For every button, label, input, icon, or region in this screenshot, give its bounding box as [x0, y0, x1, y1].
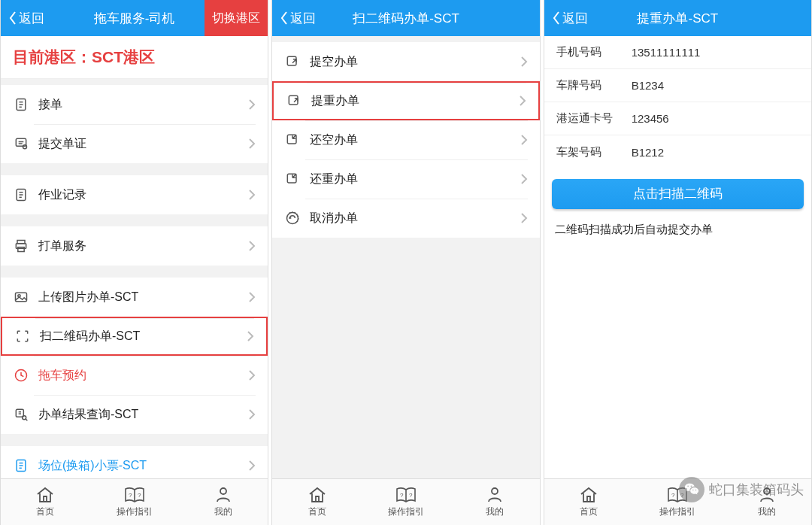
- menu-label: 扫二维码办单-SCT: [40, 329, 247, 344]
- tab-label: 首页: [36, 505, 54, 518]
- tab-label: 首页: [580, 505, 598, 518]
- person-icon: [214, 486, 232, 504]
- action-label: 还空办单: [310, 132, 520, 148]
- action-item-cancel[interactable]: 取消办单: [272, 199, 539, 238]
- chevron-right-icon: [247, 330, 254, 342]
- tabbar: 首页 ?? 操作指引 我的: [544, 478, 811, 525]
- svg-point-35: [220, 488, 226, 494]
- action-item-return-empty[interactable]: 还空办单: [272, 120, 539, 159]
- menu-item-print-service[interactable]: 打单服务: [1, 226, 268, 266]
- menu-label: 场位(换箱)小票-SCT: [38, 458, 248, 474]
- book-icon: ??: [395, 486, 417, 504]
- field-chassis[interactable]: 车架号码B1212: [544, 135, 811, 168]
- tab-guide[interactable]: ?? 操作指引: [89, 479, 178, 525]
- tab-home[interactable]: 首页: [1, 479, 89, 525]
- tab-guide[interactable]: ?? 操作指引: [633, 479, 722, 525]
- chevron-left-icon: [552, 11, 561, 26]
- cancel-icon: [284, 210, 301, 226]
- tab-label: 操作指引: [117, 505, 153, 518]
- field-plate[interactable]: 车牌号码B1234: [544, 69, 811, 102]
- home-icon: [35, 486, 55, 504]
- chevron-right-icon: [248, 369, 256, 381]
- svg-line-22: [26, 419, 28, 421]
- back-button[interactable]: 返回: [544, 0, 595, 36]
- chevron-right-icon: [520, 134, 528, 146]
- person-icon: [758, 486, 776, 504]
- tab-guide[interactable]: ?? 操作指引: [362, 479, 450, 525]
- action-item-pickup-empty[interactable]: 提空办单: [272, 42, 539, 81]
- tab-home[interactable]: 首页: [272, 479, 361, 525]
- menu-label: 作业记录: [38, 187, 248, 203]
- chevron-right-icon: [520, 212, 528, 224]
- chevron-right-icon: [520, 173, 528, 185]
- scan-hint: 二维码扫描成功后自动提交办单: [544, 217, 811, 243]
- svg-rect-15: [16, 293, 27, 302]
- field-label: 港运通卡号: [556, 111, 632, 126]
- svg-text:?: ?: [671, 492, 675, 499]
- doc-icon: [13, 187, 29, 203]
- action-label: 取消办单: [310, 211, 520, 226]
- tabbar: 首页 ?? 操作指引 我的: [272, 478, 539, 525]
- menu-item-scan-qr[interactable]: 扫二维码办单-SCT: [1, 317, 268, 356]
- menu-item-submit-cert[interactable]: 提交单证: [1, 124, 268, 163]
- svg-text:?: ?: [129, 492, 132, 499]
- tab-mine[interactable]: 我的: [179, 479, 268, 525]
- field-value: 123456: [632, 112, 669, 125]
- content-area: 提空办单提重办单还空办单还重办单取消办单: [272, 36, 539, 478]
- cert-icon: [13, 135, 29, 152]
- menu-label: 上传图片办单-SCT: [38, 290, 248, 305]
- chevron-right-icon: [248, 138, 256, 150]
- field-label: 手机号码: [556, 45, 632, 59]
- chevron-left-icon: [8, 11, 17, 26]
- action-item-pickup-full[interactable]: 提重办单: [272, 81, 539, 120]
- svg-text:?: ?: [138, 492, 141, 499]
- arrow-in-icon: [284, 132, 301, 148]
- field-label: 车牌号码: [556, 78, 632, 93]
- port-banner: 目前港区：SCT港区: [1, 36, 268, 79]
- content-area: 手机号码13511111111车牌号码B1234港运通卡号123456车架号码B…: [544, 36, 811, 478]
- menu-item-trailer-booking[interactable]: 拖车预约: [1, 356, 268, 395]
- doc-icon: [13, 96, 29, 113]
- chevron-left-icon: [280, 11, 289, 26]
- menu-item-yard-ticket[interactable]: 场位(换箱)小票-SCT: [1, 446, 268, 478]
- tab-label: 我的: [758, 505, 776, 518]
- tab-home[interactable]: 首页: [544, 479, 633, 525]
- scan-qr-button[interactable]: 点击扫描二维码: [552, 179, 804, 209]
- menu-label: 拖车预约: [38, 368, 248, 384]
- tab-mine[interactable]: 我的: [723, 479, 811, 525]
- field-phone[interactable]: 手机号码13511111111: [544, 36, 811, 69]
- menu-item-result-query[interactable]: 办单结果查询-SCT: [1, 395, 268, 434]
- field-port-card[interactable]: 港运通卡号123456: [544, 102, 811, 135]
- tab-mine[interactable]: 我的: [450, 479, 539, 525]
- chevron-right-icon: [248, 408, 256, 420]
- field-label: 车架号码: [556, 145, 632, 159]
- back-button[interactable]: 返回: [272, 0, 323, 36]
- print-icon: [13, 238, 29, 254]
- menu-label: 打单服务: [38, 238, 248, 254]
- back-button[interactable]: 返回: [1, 0, 52, 36]
- doc-icon: [13, 457, 29, 474]
- menu-item-work-record[interactable]: 作业记录: [1, 175, 268, 214]
- menu-item-upload-image[interactable]: 上传图片办单-SCT: [1, 278, 268, 317]
- field-value: B1234: [632, 79, 664, 92]
- image-icon: [13, 289, 29, 305]
- topbar: 返回 提重办单-SCT: [544, 0, 811, 36]
- back-label: 返回: [562, 10, 588, 27]
- chevron-right-icon: [248, 99, 256, 111]
- svg-point-47: [764, 488, 770, 494]
- content-area: 目前港区：SCT港区 接单提交单证作业记录打单服务上传图片办单-SCT扫二维码办…: [1, 36, 268, 478]
- switch-port-button[interactable]: 切换港区: [205, 0, 268, 36]
- topbar: 返回 扫二维码办单-SCT: [272, 0, 539, 36]
- field-value: B1212: [632, 146, 664, 159]
- back-label: 返回: [290, 10, 316, 27]
- action-label: 提空办单: [310, 54, 520, 70]
- tab-label: 操作指引: [659, 505, 695, 518]
- chevron-right-icon: [519, 95, 526, 107]
- book-icon: ??: [123, 486, 146, 504]
- screen-pickup-full: 返回 提重办单-SCT 手机号码13511111111车牌号码B1234港运通卡…: [544, 0, 812, 525]
- menu-item-accept[interactable]: 接单: [1, 85, 268, 124]
- home-icon: [308, 486, 327, 504]
- menu-label: 提交单证: [38, 136, 248, 152]
- action-item-return-full[interactable]: 还重办单: [272, 159, 539, 199]
- chevron-right-icon: [248, 291, 256, 303]
